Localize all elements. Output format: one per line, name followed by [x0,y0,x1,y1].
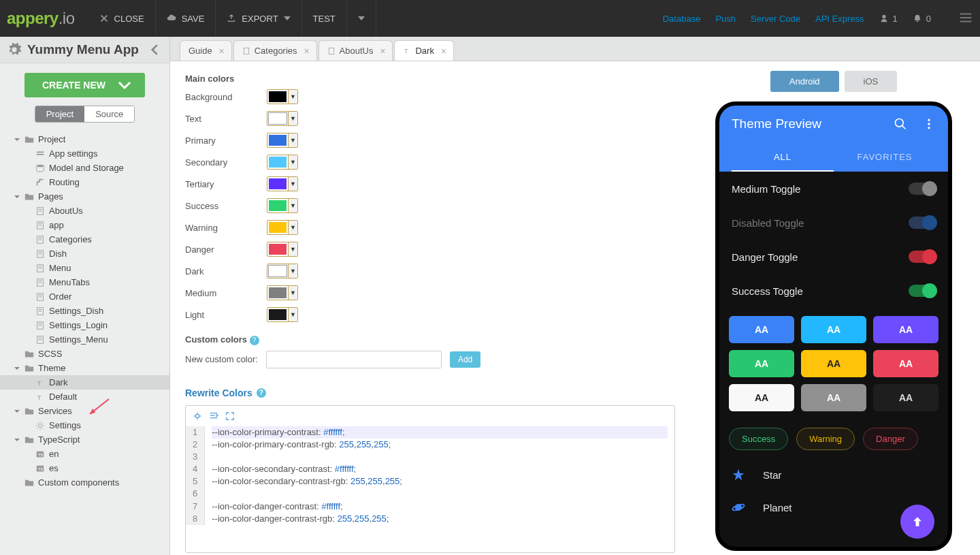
more-icon[interactable] [922,117,936,131]
tab-close-icon[interactable]: × [380,46,385,57]
aa-success[interactable]: AA [729,350,794,377]
aa-danger[interactable]: AA [873,350,938,377]
add-color-button[interactable]: Add [450,351,480,368]
tab-aboutus[interactable]: AboutUs× [318,40,393,61]
color-swatch[interactable]: ▼ [267,155,298,170]
aa-light[interactable]: AA [873,384,938,411]
tree-theme-default[interactable]: TDefault [0,390,169,404]
color-swatch[interactable]: ▼ [267,198,298,213]
view-source[interactable]: Source [84,106,134,122]
expand-icon[interactable] [225,411,235,421]
tree-page-categories[interactable]: Categories [0,232,169,247]
fab-button[interactable] [900,505,934,539]
color-swatch[interactable]: ▼ [267,176,298,191]
view-project[interactable]: Project [35,106,84,122]
platform-android[interactable]: Android [770,71,839,92]
indent-icon[interactable] [209,411,218,421]
help-icon[interactable]: ? [250,336,259,345]
tree-custom-components[interactable]: Custom components [0,475,169,490]
tab-favorites[interactable]: FAVORITES [834,144,936,172]
test-dropdown[interactable] [347,0,376,37]
tree-page-app[interactable]: app [0,218,169,232]
nav-server-code[interactable]: Server Code [751,14,800,24]
tree-page-dish[interactable]: Dish [0,247,169,261]
tree-theme-dark[interactable]: TDark [0,375,169,390]
chevron-down-icon[interactable]: ▼ [288,133,297,147]
color-swatch[interactable]: ▼ [267,264,298,279]
color-swatch[interactable]: ▼ [267,89,298,104]
tree-services[interactable]: Services [0,404,169,418]
export-button[interactable]: EXPORT [216,0,301,37]
color-swatch[interactable]: ▼ [267,285,298,300]
tab-all[interactable]: ALL [732,144,834,172]
tree-app-settings[interactable]: App settings [0,146,169,161]
aa-tertiary[interactable]: AA [873,316,938,343]
list-star[interactable]: Star [719,458,948,491]
chevron-down-icon[interactable]: ▼ [288,242,297,256]
save-button[interactable]: SAVE [156,0,216,37]
nav-push[interactable]: Push [715,14,736,24]
user-count[interactable]: 1 [879,14,898,24]
tree-page-aboutus[interactable]: AboutUs [0,204,169,218]
tree-theme[interactable]: Theme [0,361,169,375]
tab-close-icon[interactable]: × [219,46,225,57]
tree-page-menutabs[interactable]: MenuTabs [0,275,169,289]
toggle-medium[interactable]: Medium Toggle [719,172,948,206]
chip-warning[interactable]: Warning [796,428,855,450]
chevron-down-icon[interactable]: ▼ [288,264,297,278]
tree-page-order[interactable]: Order [0,289,169,304]
tree-scss[interactable]: SCSS [0,347,169,361]
chevron-down-icon[interactable]: ▼ [288,199,297,212]
tree-pages[interactable]: Pages [0,189,169,204]
nav-database[interactable]: Database [663,14,701,24]
chip-danger[interactable]: Danger [863,428,918,450]
tree-ts-es[interactable]: TSes [0,461,169,475]
tree-page-menu[interactable]: Menu [0,261,169,275]
aa-medium[interactable]: AA [801,384,866,411]
chip-success[interactable]: Success [729,428,788,450]
chevron-down-icon[interactable]: ▼ [288,90,297,104]
color-swatch[interactable]: ▼ [267,111,298,126]
tab-dark[interactable]: TDark× [394,40,453,61]
color-swatch[interactable]: ▼ [267,220,298,235]
tab-close-icon[interactable]: × [304,46,309,57]
aa-secondary[interactable]: AA [801,316,866,343]
chevron-down-icon[interactable]: ▼ [288,221,297,234]
nav-api-express[interactable]: API Express [815,14,864,24]
tree-page-settings_menu[interactable]: Settings_Menu [0,332,169,347]
color-swatch[interactable]: ▼ [267,242,298,257]
menu-button[interactable] [958,10,973,27]
toggle-danger[interactable]: Danger Toggle [719,240,948,274]
toggle-success[interactable]: Success Toggle [719,274,948,308]
tree-settings[interactable]: Settings [0,418,169,432]
tab-close-icon[interactable]: × [441,46,446,57]
tree-project[interactable]: Project [0,132,169,146]
chevron-down-icon[interactable]: ▼ [288,286,297,300]
chevron-down-icon[interactable]: ▼ [288,155,297,169]
search-icon[interactable] [894,117,907,131]
tree-ts-en[interactable]: TSen [0,447,169,461]
collapse-icon[interactable] [148,42,163,57]
create-new-button[interactable]: CREATE NEW [24,73,145,97]
platform-ios[interactable]: iOS [845,71,898,92]
tree-typescript[interactable]: TypeScript [0,432,169,447]
aa-primary[interactable]: AA [729,316,794,343]
tree-routing[interactable]: Routing [0,175,169,189]
gear-icon[interactable] [7,42,22,57]
tab-categories[interactable]: Categories× [233,40,317,61]
tree-page-settings_dish[interactable]: Settings_Dish [0,304,169,318]
tab-guide[interactable]: Guide× [180,40,232,61]
code-editor[interactable]: 12345678 --ion-color-primary-contrast: #… [185,405,675,554]
help-icon[interactable]: ? [257,388,266,398]
chevron-down-icon[interactable]: ▼ [288,177,297,191]
chevron-down-icon[interactable]: ▼ [288,308,297,321]
color-swatch[interactable]: ▼ [267,307,298,322]
notif-count[interactable]: 0 [913,14,931,24]
test-button[interactable]: TEST [302,0,347,37]
close-button[interactable]: CLOSE [88,0,156,37]
tree-model-storage[interactable]: Model and Storage [0,161,169,175]
gear-icon[interactable] [193,411,202,421]
custom-color-input[interactable] [266,351,442,368]
aa-warning[interactable]: AA [801,350,866,377]
aa-dark[interactable]: AA [729,384,794,411]
